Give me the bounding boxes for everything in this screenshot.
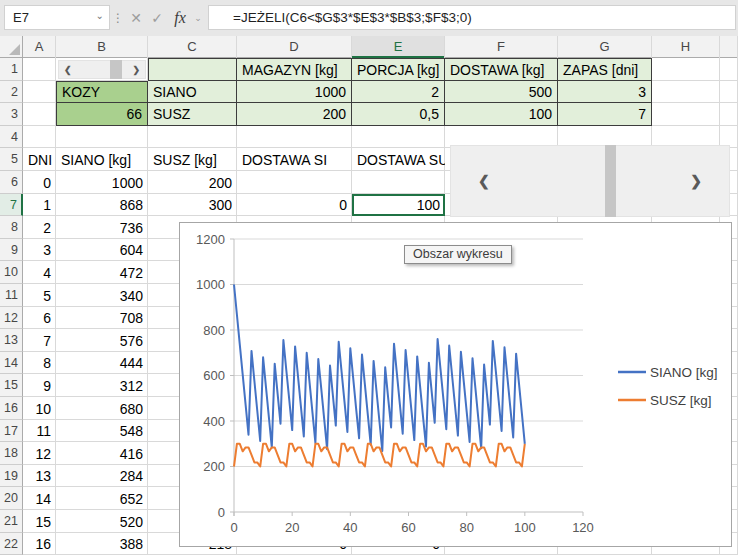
cell-F2[interactable]: 500 <box>445 81 558 103</box>
cell-B16[interactable]: 680 <box>56 397 148 420</box>
cell-A6[interactable]: 0 <box>23 171 56 194</box>
cell-A16[interactable]: 10 <box>23 397 56 420</box>
cell-B8[interactable]: 736 <box>56 216 148 239</box>
column-header-partial[interactable] <box>720 36 738 58</box>
cell-B21[interactable]: 520 <box>56 510 148 533</box>
column-header-D[interactable]: D <box>237 36 352 58</box>
row-header-9[interactable]: 9 <box>0 239 23 261</box>
column-header-H[interactable]: H <box>652 36 720 58</box>
cell-A14[interactable]: 8 <box>23 352 56 374</box>
cell-C6[interactable]: 200 <box>148 171 237 194</box>
chart[interactable]: 020040060080010001200020406080100120SIAN… <box>179 222 732 547</box>
cell-E3[interactable]: 0,5 <box>352 103 445 126</box>
goat-count-scrollbar-large[interactable]: ❮ ❯ <box>450 145 730 217</box>
cell-F3[interactable]: 100 <box>445 103 558 126</box>
column-header-B[interactable]: B <box>56 36 148 58</box>
cell-B3[interactable]: 66 <box>56 103 148 126</box>
enter-icon[interactable]: ✓ <box>147 5 167 30</box>
column-header-C[interactable]: C <box>148 36 237 58</box>
cell-A10[interactable]: 4 <box>23 261 56 284</box>
cell-D7[interactable]: 0 <box>237 194 352 216</box>
cell-A22[interactable]: 16 <box>23 533 56 555</box>
row-header-11[interactable]: 11 <box>0 284 23 307</box>
row-header-17[interactable]: 17 <box>0 420 23 442</box>
row-header-8[interactable]: 8 <box>0 216 23 239</box>
cell-C3[interactable]: SUSZ <box>148 103 237 126</box>
cell-B12[interactable]: 708 <box>56 307 148 329</box>
row-header-10[interactable]: 10 <box>0 261 23 284</box>
cell-B11[interactable]: 340 <box>56 284 148 307</box>
cell-A11[interactable]: 5 <box>23 284 56 307</box>
cell-B18[interactable]: 416 <box>56 442 148 465</box>
row-header-16[interactable]: 16 <box>0 397 23 420</box>
row-header-15[interactable]: 15 <box>0 374 23 397</box>
cell-A18[interactable]: 12 <box>23 442 56 465</box>
cell-B9[interactable]: 604 <box>56 239 148 261</box>
cell-G3[interactable]: 7 <box>558 103 652 126</box>
scroll-left-icon[interactable]: ❮ <box>478 145 490 217</box>
row-header-19[interactable]: 19 <box>0 465 23 487</box>
cell-G1[interactable]: ZAPAS [dni] <box>558 58 652 81</box>
cell-A21[interactable]: 15 <box>23 510 56 533</box>
goat-count-scrollbar-small[interactable]: ❮ ❯ <box>58 60 146 79</box>
cell-B5[interactable]: SIANO [kg] <box>56 148 148 171</box>
row-header-1[interactable]: 1 <box>0 58 23 81</box>
cell-A8[interactable]: 2 <box>23 216 56 239</box>
cell-F1[interactable]: DOSTAWA [kg] <box>445 58 558 81</box>
insert-function-icon[interactable]: fx <box>170 5 190 30</box>
row-header-13[interactable]: 13 <box>0 329 23 352</box>
scroll-left-icon[interactable]: ❮ <box>64 60 72 79</box>
cell-C2[interactable]: SIANO <box>148 81 237 103</box>
cell-B15[interactable]: 312 <box>56 374 148 397</box>
cell-E1[interactable]: PORCJA [kg] <box>352 58 445 81</box>
cell-A7[interactable]: 1 <box>23 194 56 216</box>
column-header-G[interactable]: G <box>558 36 652 58</box>
cancel-icon[interactable]: ✕ <box>126 5 146 30</box>
cell-A13[interactable]: 7 <box>23 329 56 352</box>
row-header-7[interactable]: 7 <box>0 194 23 216</box>
scrollbar-thumb[interactable] <box>605 145 616 217</box>
scrollbar-thumb[interactable] <box>110 60 122 79</box>
column-header-A[interactable]: A <box>23 36 56 58</box>
cell-A12[interactable]: 6 <box>23 307 56 329</box>
cell-B19[interactable]: 284 <box>56 465 148 487</box>
column-header-F[interactable]: F <box>445 36 558 58</box>
row-header-20[interactable]: 20 <box>0 487 23 510</box>
cell-D5[interactable]: DOSTAWA SI <box>237 148 352 171</box>
scroll-right-icon[interactable]: ❯ <box>132 60 140 79</box>
name-box[interactable]: E7 ⌄ <box>4 5 110 30</box>
formula-input[interactable]: =JEŻELI(C6<$G$3*$E$3*$B$3;$F$3;0) <box>208 5 736 30</box>
row-header-22[interactable]: 22 <box>0 533 23 555</box>
cell-B17[interactable]: 548 <box>56 420 148 442</box>
row-header-14[interactable]: 14 <box>0 352 23 374</box>
cell-D3[interactable]: 200 <box>237 103 352 126</box>
cell-B22[interactable]: 388 <box>56 533 148 555</box>
row-header-5[interactable]: 5 <box>0 148 23 171</box>
cell-A17[interactable]: 11 <box>23 420 56 442</box>
cell-C7[interactable]: 300 <box>148 194 237 216</box>
name-box-dropdown-icon[interactable]: ⌄ <box>96 10 104 21</box>
cell-B20[interactable]: 652 <box>56 487 148 510</box>
cell-E5[interactable]: DOSTAWA SU <box>352 148 445 171</box>
cell-A20[interactable]: 14 <box>23 487 56 510</box>
row-header-18[interactable]: 18 <box>0 442 23 465</box>
cell-A9[interactable]: 3 <box>23 239 56 261</box>
row-header-3[interactable]: 3 <box>0 103 23 126</box>
cell-B10[interactable]: 472 <box>56 261 148 284</box>
cell-A15[interactable]: 9 <box>23 374 56 397</box>
cell-G2[interactable]: 3 <box>558 81 652 103</box>
row-header-4[interactable]: 4 <box>0 126 23 148</box>
cell-B6[interactable]: 1000 <box>56 171 148 194</box>
select-all-corner[interactable] <box>0 36 23 58</box>
cell-C1[interactable] <box>148 58 237 81</box>
row-header-12[interactable]: 12 <box>0 307 23 329</box>
row-header-21[interactable]: 21 <box>0 510 23 533</box>
cell-A19[interactable]: 13 <box>23 465 56 487</box>
column-header-E-selected[interactable]: E <box>352 36 445 58</box>
row-header-6[interactable]: 6 <box>0 171 23 194</box>
cell-B2[interactable]: KOZY <box>56 81 148 103</box>
cell-B14[interactable]: 444 <box>56 352 148 374</box>
fx-dropdown-icon[interactable]: ⌄ <box>191 5 205 30</box>
row-header-2[interactable]: 2 <box>0 81 23 103</box>
scroll-right-icon[interactable]: ❯ <box>690 145 702 217</box>
